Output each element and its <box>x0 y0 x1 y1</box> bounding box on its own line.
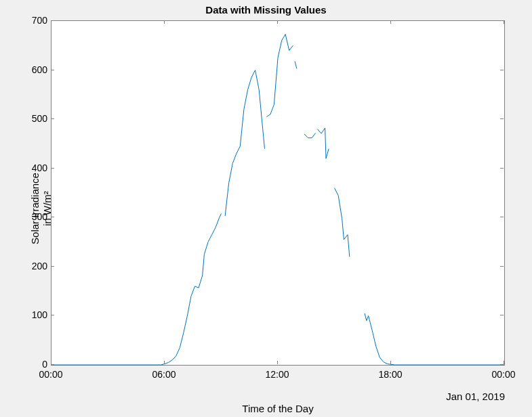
x-tick-label: 18:00 <box>378 369 402 380</box>
x-tick-label: 00:00 <box>39 369 62 380</box>
line-series <box>52 21 504 365</box>
date-annotation: Jan 01, 2019 <box>446 391 505 402</box>
y-tick-label: 0 <box>14 359 47 370</box>
y-tick-label: 400 <box>14 162 47 173</box>
y-tick-label: 200 <box>14 261 47 271</box>
x-tick-label: 12:00 <box>265 369 289 380</box>
y-tick-label: 100 <box>14 309 47 320</box>
chart-title: Data with Missing Values <box>0 4 532 16</box>
y-tick-label: 700 <box>14 15 47 26</box>
x-axis-label: Time of the Day <box>51 403 505 414</box>
x-tick-label: 06:00 <box>152 369 176 380</box>
chart-container: Data with Missing Values 010020030040050… <box>0 0 532 417</box>
y-tick-label: 600 <box>14 64 47 75</box>
x-tick-label: 00:00 <box>491 369 515 380</box>
plot-area <box>51 20 505 366</box>
y-tick-label: 500 <box>14 113 47 124</box>
y-axis-label: Solar Irradiance in W/m² <box>29 173 54 244</box>
